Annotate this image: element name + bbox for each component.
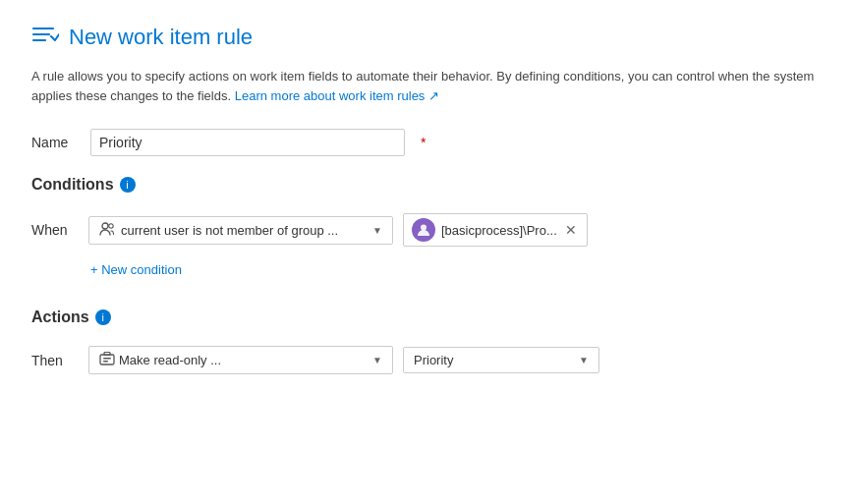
svg-rect-8 <box>103 361 108 363</box>
actions-section: Actions i Then Make read-only ... ▼ Prio <box>31 308 823 374</box>
name-label: Name <box>31 135 79 150</box>
svg-rect-9 <box>104 353 110 356</box>
action-dropdown-label: Make read-only ... <box>119 353 221 367</box>
actions-title: Actions <box>31 308 89 326</box>
conditions-section: Conditions i When current user is not me… <box>31 176 823 281</box>
condition-dropdown-label: current user is not member of group ... <box>121 223 338 238</box>
group-chip-close-button[interactable]: ✕ <box>563 223 579 237</box>
svg-point-4 <box>109 223 113 227</box>
conditions-title: Conditions <box>31 176 114 194</box>
conditions-header: Conditions i <box>31 176 823 194</box>
page-header: New work item rule <box>31 24 823 51</box>
conditions-info-icon[interactable]: i <box>120 177 136 193</box>
group-chip: [basicprocess]\Pro... ✕ <box>403 213 588 247</box>
field-dropdown[interactable]: Priority ▼ <box>403 347 599 373</box>
svg-rect-7 <box>103 358 111 360</box>
learn-more-link[interactable]: Learn more about work item rules ↗ <box>235 88 439 103</box>
svg-point-5 <box>421 225 427 231</box>
name-field-row: Name * <box>31 129 823 156</box>
condition-dropdown[interactable]: current user is not member of group ... … <box>88 216 393 245</box>
rule-icon <box>31 24 59 51</box>
user-group-icon <box>99 222 115 239</box>
group-avatar <box>412 218 435 242</box>
svg-rect-6 <box>100 355 114 364</box>
group-chip-label: [basicprocess]\Pro... <box>441 223 557 238</box>
actions-info-icon[interactable]: i <box>95 309 111 325</box>
when-label: When <box>31 222 79 238</box>
name-input[interactable] <box>90 129 405 156</box>
condition-row: When current user is not member of group… <box>31 213 823 247</box>
field-chevron-icon: ▼ <box>579 355 589 365</box>
field-dropdown-label: Priority <box>414 353 453 367</box>
action-chevron-icon: ▼ <box>372 355 382 365</box>
page-description: A rule allows you to specify actions on … <box>31 67 823 105</box>
add-condition-label: + New condition <box>90 262 182 277</box>
svg-point-3 <box>102 223 108 229</box>
make-readonly-icon <box>99 352 115 368</box>
actions-header: Actions i <box>31 308 823 326</box>
action-dropdown[interactable]: Make read-only ... ▼ <box>88 346 393 374</box>
add-condition-button[interactable]: + New condition <box>90 258 182 281</box>
required-indicator: * <box>421 135 426 150</box>
then-label: Then <box>31 353 79 368</box>
page-title: New work item rule <box>69 25 253 50</box>
action-row: Then Make read-only ... ▼ Priority ▼ <box>31 346 823 374</box>
condition-chevron-icon: ▼ <box>372 225 382 236</box>
